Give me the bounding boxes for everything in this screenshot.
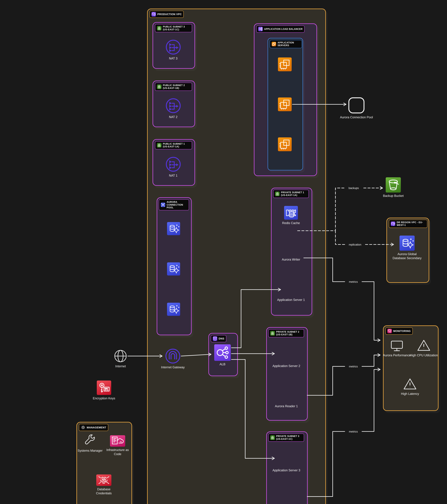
- ec2-icon: [272, 42, 276, 46]
- aurora-db-icon: [399, 235, 415, 251]
- route53-icon: 53: [213, 336, 217, 341]
- high-latency-label: High Latency: [401, 392, 419, 396]
- alb-group-title: APPLICATION LOAD BALANCER: [264, 28, 303, 30]
- aurora-instance-node: [167, 222, 180, 235]
- encryption-keys-node: Encryption Keys: [89, 380, 118, 400]
- edge-reader1-metrics-2: [362, 355, 380, 366]
- alarm-warning-icon: [403, 378, 417, 391]
- high-cpu-node: High CPU Utilization: [409, 339, 438, 357]
- nat-gateway-icon: [165, 39, 181, 55]
- dashboard-monitor-icon: [390, 340, 404, 352]
- lock-icon: [157, 143, 161, 147]
- nat-gateway-icon: [165, 156, 181, 172]
- public-subnet-3-title: PUBLIC SUBNET 3 (US-EAST-1C): [163, 25, 190, 31]
- vpc-icon: [391, 222, 395, 226]
- nat-1-node: NAT 1: [153, 156, 194, 178]
- connection-pool-icon: [348, 97, 365, 114]
- application-servers-title: APPLICATION SERVERS: [278, 41, 300, 47]
- monitoring-container: [383, 325, 439, 411]
- application-server-1-node: Application Server 1: [271, 296, 311, 302]
- edge-label-backups: backups: [349, 186, 359, 190]
- monitoring-header: MONITORING: [385, 327, 413, 335]
- alb-icon: [214, 344, 231, 361]
- lock-icon: [157, 26, 161, 30]
- aurora-global-secondary-label: Aurora Global Database Secondary: [392, 252, 423, 260]
- aurora-connection-pool-header: AURORA CONNECTION POOL: [159, 199, 189, 210]
- s3-bucket-icon: [386, 177, 401, 192]
- gear-icon: [81, 425, 85, 430]
- database-credentials-node: Database Credentials: [89, 474, 118, 495]
- high-latency-node: High Latency: [395, 378, 425, 396]
- dr-region-vpc-header: DR REGION VPC - EU-WEST-1: [389, 220, 427, 228]
- private-subnet-3-header: PRIVATE SUBNET 3 (US-EAST-1C): [268, 433, 304, 442]
- internet-node: Internet: [107, 349, 134, 368]
- public-subnet-1-header: PUBLIC SUBNET 1 (US-EAST-1A): [155, 141, 192, 149]
- high-cpu-label: High CPU Utilization: [410, 353, 438, 358]
- internet-gateway-label: Internet Gateway: [161, 365, 185, 369]
- redis-cache-node: Redis Cache: [271, 206, 311, 225]
- aurora-performance-label: Aurora Performance: [383, 353, 411, 358]
- management-header: MANAGEMENT: [79, 424, 108, 431]
- lock-icon: [275, 192, 280, 196]
- ec2-icon: [278, 57, 292, 71]
- nat-1-label: NAT 1: [169, 174, 178, 178]
- application-server-2-node: Application Server 2: [266, 362, 306, 368]
- private-subnet-1-header: PRIVATE SUBNET 1 (US-EAST-1A): [273, 190, 309, 198]
- application-server-3-label: Application Server 3: [272, 468, 300, 472]
- dr-region-vpc-title: DR REGION VPC - EU-WEST-1: [397, 221, 425, 227]
- app-server-ec2-node: [278, 57, 292, 71]
- cloudwatch-icon: [387, 329, 392, 333]
- secrets-manager-icon: [96, 474, 111, 486]
- application-server-2-label: Application Server 2: [272, 364, 300, 368]
- edge-label-metrics-1: metrics: [349, 280, 358, 283]
- infrastructure-as-code-label: Infrastructure as Code: [103, 448, 132, 456]
- encryption-keys-label: Encryption Keys: [93, 396, 115, 400]
- nat-3-label: NAT 3: [169, 56, 178, 61]
- app-server-ec2-node: [278, 137, 292, 151]
- dns-header: 53 DNS: [211, 335, 226, 342]
- production-vpc-title: PRODUCTION VPC: [157, 13, 182, 16]
- application-servers-header: APPLICATION SERVERS: [270, 40, 302, 48]
- ec2-icon: [278, 137, 292, 151]
- internet-label: Internet: [115, 364, 126, 368]
- alb-label: ALB: [220, 362, 225, 366]
- dns-title: DNS: [219, 337, 224, 340]
- kms-key-icon: [97, 380, 111, 395]
- load-balancer-icon: [258, 27, 263, 31]
- aurora-instance-node: [167, 262, 180, 275]
- private-subnet-2-title: PRIVATE SUBNET 2 (US-EAST-1B): [276, 330, 302, 336]
- lock-icon: [270, 331, 275, 335]
- architecture-diagram: PRODUCTION VPC PUBLIC SUBNET 3 (US-EAST-…: [0, 0, 447, 504]
- backup-bucket-label: Backup Bucket: [383, 194, 404, 198]
- aurora-db-icon: [167, 222, 180, 235]
- aurora-db-icon: [167, 262, 180, 275]
- aurora-connection-pool-label: Aurora Connection Pool: [340, 115, 373, 119]
- lock-icon: [270, 435, 275, 440]
- internet-gateway-node: Internet Gateway: [159, 348, 187, 369]
- aurora-connection-pool-title: AURORA CONNECTION POOL: [167, 201, 187, 209]
- alarm-warning-icon: [417, 339, 431, 352]
- alb-group-header: APPLICATION LOAD BALANCER: [256, 25, 305, 33]
- nat-3-node: NAT 3: [153, 39, 194, 60]
- aurora-performance-node: Aurora Performance: [382, 340, 411, 357]
- lock-icon: [157, 85, 161, 89]
- application-server-1-label: Application Server 1: [277, 298, 305, 302]
- public-subnet-3-header: PUBLIC SUBNET 3 (US-EAST-1C): [155, 24, 192, 32]
- app-server-ec2-node: [278, 97, 292, 111]
- vpc-icon: [152, 12, 156, 17]
- aurora-global-secondary-node: Aurora Global Database Secondary: [392, 235, 423, 260]
- edge-reader2-metrics-2: [362, 369, 380, 432]
- production-vpc-header: PRODUCTION VPC: [149, 11, 184, 18]
- svg-text:53: 53: [214, 338, 216, 339]
- elasticache-redis-icon: [284, 206, 298, 220]
- application-server-3-node: Application Server 3: [266, 467, 306, 472]
- private-subnet-3-title: PRIVATE SUBNET 3 (US-EAST-1C): [276, 435, 302, 440]
- nat-2-node: NAT 2: [153, 98, 194, 119]
- edge-label-metrics-2: metrics: [349, 365, 358, 368]
- redis-cache-label: Redis Cache: [282, 221, 300, 225]
- internet-gateway-icon: [165, 348, 181, 364]
- aurora-reader-1-node: Aurora Reader 1: [266, 403, 306, 408]
- management-title: MANAGEMENT: [87, 426, 106, 429]
- edge-label-replication: replication: [349, 243, 361, 246]
- private-subnet-2-header: PRIVATE SUBNET 2 (US-EAST-1B): [268, 329, 304, 337]
